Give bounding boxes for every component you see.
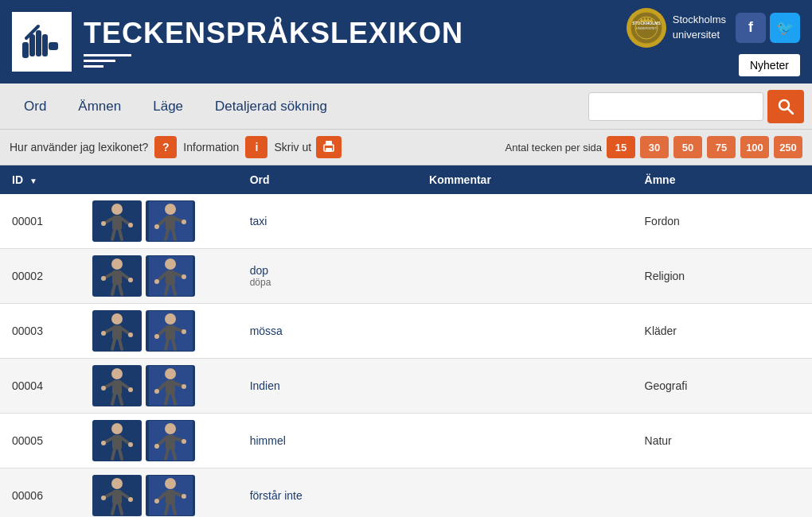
table-row[interactable]: 00003	[0, 304, 812, 359]
sign-thumbnail[interactable]	[146, 420, 195, 461]
svg-point-117	[165, 478, 176, 489]
col-header-amne[interactable]: Ämne	[633, 165, 812, 194]
count-100-button[interactable]: 100	[740, 136, 769, 158]
sign-thumbnail[interactable]	[146, 310, 195, 352]
nyheter-button[interactable]: Nyheter	[739, 54, 800, 76]
svg-point-96	[101, 441, 106, 445]
col-header-id[interactable]: ID ▼	[0, 165, 80, 194]
count-75-button[interactable]: 75	[707, 136, 736, 158]
university-seal: STOCKHOLMS UNIVERSITET	[627, 8, 666, 48]
cell-subject: Natur	[633, 414, 812, 468]
svg-point-63	[165, 313, 176, 325]
table-header-row: ID ▼ Ord Kommentar Ämne	[0, 165, 812, 194]
title-decoration	[84, 54, 463, 68]
print-area: Skriv ut	[274, 136, 342, 158]
twitter-button[interactable]: 🐦	[770, 13, 800, 43]
svg-point-69	[154, 334, 159, 339]
search-input[interactable]	[588, 92, 763, 121]
table-row[interactable]: 00002	[0, 249, 812, 304]
svg-rect-37	[112, 270, 122, 285]
sign-thumbnail[interactable]	[92, 255, 142, 297]
info-button[interactable]: i	[245, 136, 267, 158]
svg-point-60	[101, 331, 106, 336]
per-page-label: Antal tecken per sida	[506, 142, 602, 154]
svg-point-99	[165, 423, 176, 434]
svg-point-33	[154, 224, 159, 229]
figure-icon	[96, 476, 139, 515]
cell-word: Indien	[238, 359, 417, 414]
sign-thumbnail[interactable]	[146, 475, 195, 516]
facebook-icon: f	[748, 19, 753, 36]
search-icon	[778, 99, 794, 115]
sign-thumbnail[interactable]	[92, 310, 142, 352]
svg-point-114	[101, 496, 106, 500]
svg-point-88	[182, 384, 186, 389]
university-logo: STOCKHOLMS UNIVERSITET Stockholms univer…	[627, 8, 726, 48]
table-row[interactable]: 00004	[0, 359, 812, 414]
col-ord-label: Ord	[250, 173, 270, 186]
svg-point-24	[101, 221, 106, 226]
col-header-images	[80, 165, 237, 194]
svg-point-45	[165, 258, 176, 270]
main-nav: Ord Ämnen Läge Detaljerad sökning	[0, 84, 812, 130]
table-row[interactable]: 00005	[0, 414, 812, 468]
print-label: Skriv ut	[274, 141, 311, 154]
svg-point-108	[111, 478, 123, 489]
count-30-button[interactable]: 30	[640, 136, 669, 158]
figure-icon	[96, 311, 139, 351]
svg-point-61	[128, 332, 133, 337]
toolbar: Hur använder jag lexikonet? ? Informatio…	[0, 130, 812, 165]
sign-thumbnail[interactable]	[92, 365, 142, 406]
sign-thumbnail[interactable]	[92, 475, 142, 516]
site-title-area: TECKENSPRÅKSLEXIKON	[84, 17, 463, 68]
question-button[interactable]: ?	[154, 136, 177, 158]
svg-point-18	[111, 204, 123, 215]
toolbar-right: Antal tecken per sida 15 30 50 75 100 25…	[506, 136, 802, 158]
print-button[interactable]	[316, 136, 342, 158]
svg-point-70	[182, 329, 186, 334]
col-header-kommentar[interactable]: Kommentar	[417, 165, 632, 194]
nav-item-ord[interactable]: Ord	[8, 92, 62, 121]
cell-word: förstår inte	[238, 468, 417, 518]
search-button[interactable]	[767, 90, 804, 123]
svg-rect-109	[112, 490, 122, 504]
sign-thumbnail[interactable]	[92, 200, 142, 242]
cell-comment	[417, 414, 632, 468]
cell-word: dopdöpa	[238, 249, 417, 304]
figure-icon	[149, 421, 193, 461]
svg-point-79	[128, 387, 133, 392]
info-label: Information	[183, 141, 239, 154]
svg-rect-46	[166, 270, 175, 285]
svg-point-51	[154, 279, 159, 284]
cell-subject: Geografi	[633, 359, 812, 414]
sign-thumbnail[interactable]	[146, 365, 195, 406]
svg-point-42	[101, 276, 106, 281]
count-50-button[interactable]: 50	[673, 136, 702, 158]
nav-item-detaljerad[interactable]: Detaljerad sökning	[199, 92, 343, 121]
table-row[interactable]: 00001	[0, 194, 812, 249]
svg-rect-100	[166, 435, 175, 449]
cell-id: 00003	[0, 304, 80, 359]
svg-point-16	[331, 146, 333, 148]
col-id-label: ID	[12, 173, 23, 186]
twitter-icon: 🐦	[776, 19, 794, 37]
word-text: Indien	[250, 379, 405, 392]
nav-item-amnen[interactable]: Ämnen	[62, 92, 137, 121]
cell-comment	[417, 249, 632, 304]
cell-word: taxi	[238, 194, 417, 249]
sign-thumbnail[interactable]	[92, 420, 142, 461]
table-row[interactable]: 00006	[0, 468, 812, 518]
word-text: himmel	[250, 434, 405, 447]
cell-images	[80, 468, 237, 518]
count-250-button[interactable]: 250	[774, 136, 802, 158]
cell-subject: Kläder	[633, 304, 812, 359]
data-table: ID ▼ Ord Kommentar Ämne 00001	[0, 165, 812, 517]
cell-images	[80, 359, 237, 414]
col-header-ord[interactable]: Ord	[238, 165, 417, 194]
sign-thumbnail[interactable]	[146, 255, 195, 297]
nav-item-lage[interactable]: Läge	[137, 92, 199, 121]
cell-images	[80, 194, 237, 249]
facebook-button[interactable]: f	[736, 13, 766, 43]
sign-thumbnail[interactable]	[146, 200, 195, 242]
count-15-button[interactable]: 15	[607, 136, 635, 158]
